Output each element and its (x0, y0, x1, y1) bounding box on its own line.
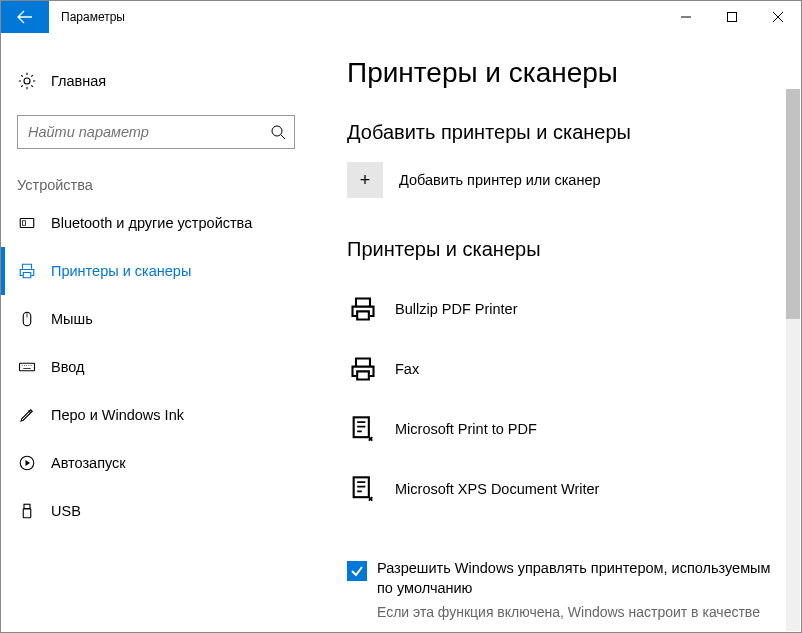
minimize-icon (681, 12, 691, 22)
sidebar-item-autoplay[interactable]: Автозапуск (1, 439, 311, 487)
close-button[interactable] (755, 1, 801, 33)
sidebar-item-printers[interactable]: Принтеры и сканеры (1, 247, 311, 295)
search-icon (270, 124, 286, 140)
add-button-label: Добавить принтер или сканер (399, 172, 601, 188)
svg-rect-9 (23, 509, 31, 518)
add-section-title: Добавить принтеры и сканеры (347, 121, 779, 144)
scrollbar-thumb[interactable] (786, 89, 800, 319)
usb-icon (17, 502, 37, 520)
autoplay-icon (17, 454, 37, 472)
sidebar-item-label: Bluetooth и другие устройства (51, 215, 252, 231)
printer-icon (17, 262, 37, 280)
printer-icon (347, 295, 379, 323)
sidebar-item-label: Мышь (51, 311, 93, 327)
pdf-printer-icon (347, 415, 379, 443)
sidebar-item-label: Ввод (51, 359, 84, 375)
svg-rect-0 (728, 13, 737, 22)
printer-item[interactable]: Fax (347, 339, 779, 399)
minimize-button[interactable] (663, 1, 709, 33)
titlebar: Параметры (1, 1, 801, 33)
plus-icon: + (360, 170, 371, 191)
default-printer-checkbox-row[interactable]: Разрешить Windows управлять принтером, и… (347, 559, 779, 598)
sidebar-item-label: Автозапуск (51, 455, 126, 471)
search-input[interactable] (28, 124, 270, 140)
device-icon (17, 214, 37, 232)
keyboard-icon (17, 358, 37, 376)
pdf-printer-icon (347, 475, 379, 503)
checkmark-icon (350, 564, 364, 578)
add-button[interactable]: + (347, 162, 383, 198)
sidebar-item-usb[interactable]: USB (1, 487, 311, 535)
printer-item[interactable]: Microsoft Print to PDF (347, 399, 779, 459)
sidebar-item-pen[interactable]: Перо и Windows Ink (1, 391, 311, 439)
back-arrow-icon (17, 9, 33, 25)
checkbox-description: Если эта функция включена, Windows настр… (377, 604, 779, 620)
gear-icon (17, 72, 37, 90)
printer-name: Bullzip PDF Printer (395, 301, 517, 317)
printer-name: Fax (395, 361, 419, 377)
svg-rect-3 (23, 221, 26, 226)
checkbox-checked[interactable] (347, 561, 367, 581)
sidebar-item-typing[interactable]: Ввод (1, 343, 311, 391)
printer-item[interactable]: Microsoft XPS Document Writer (347, 459, 779, 519)
window-controls (663, 1, 801, 33)
sidebar: Главная Устройства Bluetooth и другие ус… (1, 33, 311, 633)
close-icon (773, 12, 783, 22)
svg-rect-8 (24, 504, 30, 509)
svg-rect-6 (20, 363, 35, 371)
printer-icon (347, 355, 379, 383)
sidebar-item-label: Принтеры и сканеры (51, 263, 191, 279)
scrollbar[interactable] (786, 89, 800, 631)
sidebar-category-header: Устройства (17, 177, 311, 193)
page-title: Принтеры и сканеры (347, 57, 779, 89)
sidebar-item-bluetooth[interactable]: Bluetooth и другие устройства (1, 199, 311, 247)
sidebar-home-label: Главная (51, 73, 106, 89)
sidebar-item-label: Перо и Windows Ink (51, 407, 184, 423)
sidebar-item-mouse[interactable]: Мышь (1, 295, 311, 343)
back-button[interactable] (1, 1, 49, 33)
list-section-title: Принтеры и сканеры (347, 238, 779, 261)
pen-icon (17, 406, 37, 424)
main-panel: Принтеры и сканеры Добавить принтеры и с… (311, 33, 801, 633)
checkbox-label: Разрешить Windows управлять принтером, и… (377, 559, 779, 598)
printer-name: Microsoft XPS Document Writer (395, 481, 599, 497)
sidebar-home[interactable]: Главная (1, 61, 311, 101)
printer-name: Microsoft Print to PDF (395, 421, 537, 437)
printer-item[interactable]: Bullzip PDF Printer (347, 279, 779, 339)
svg-point-1 (272, 126, 282, 136)
search-box[interactable] (17, 115, 295, 149)
maximize-icon (727, 12, 737, 22)
add-printer-row[interactable]: + Добавить принтер или сканер (347, 162, 779, 198)
window-title: Параметры (61, 10, 125, 24)
maximize-button[interactable] (709, 1, 755, 33)
mouse-icon (17, 310, 37, 328)
sidebar-item-label: USB (51, 503, 81, 519)
